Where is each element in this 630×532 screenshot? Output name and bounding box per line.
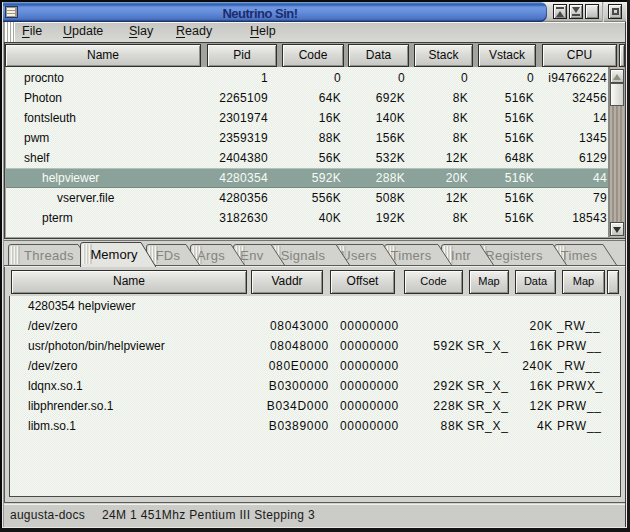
- svg-text:FDs: FDs: [156, 248, 181, 263]
- svg-text:Times: Times: [561, 248, 598, 263]
- svg-text:Timers: Timers: [390, 248, 431, 263]
- svg-text:Registers: Registers: [485, 248, 543, 263]
- svg-text:Threads: Threads: [24, 248, 74, 263]
- svg-text:Args: Args: [197, 248, 225, 263]
- svg-text:Intr: Intr: [451, 248, 471, 263]
- svg-text:Memory: Memory: [91, 247, 138, 262]
- svg-text:Env: Env: [240, 248, 264, 263]
- svg-text:Signals: Signals: [281, 248, 326, 263]
